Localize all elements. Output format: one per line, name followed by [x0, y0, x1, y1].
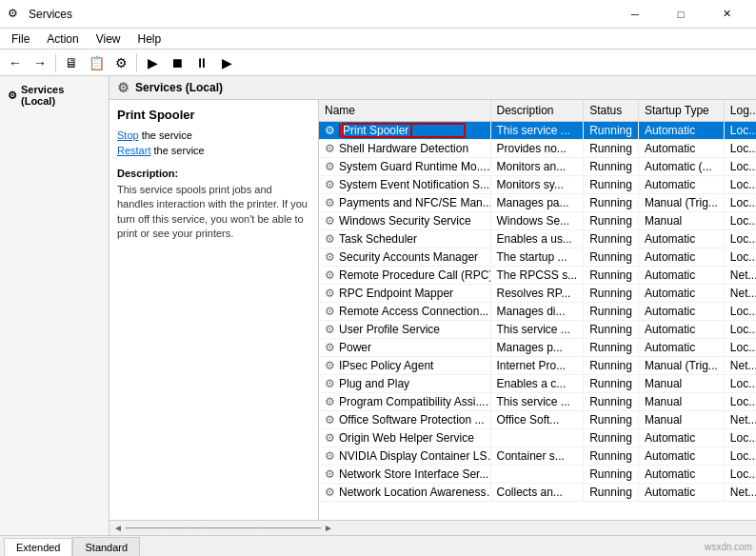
cell-status: Running	[584, 267, 639, 285]
resume-button[interactable]: ▶	[215, 51, 238, 74]
service-gear-icon: ⚙	[325, 486, 335, 499]
cell-startup-type: Manual	[638, 375, 724, 393]
cell-description: This service ...	[490, 122, 584, 140]
cell-name: ⚙Power	[319, 339, 490, 357]
cell-status: Running	[584, 140, 639, 158]
table-row[interactable]: ⚙Print SpoolerThis service ...RunningAut…	[319, 122, 756, 140]
table-row[interactable]: ⚙Office Software Protection ...Office So…	[319, 411, 756, 429]
scroll-indicator: ◄ ───────────────────────────── ►	[113, 523, 333, 533]
cell-name: ⚙Windows Security Service	[319, 212, 490, 230]
col-header-description[interactable]: Description	[490, 100, 584, 122]
cell-startup-type: Automatic	[638, 176, 724, 194]
cell-startup-type: Automatic (...	[638, 158, 724, 176]
table-row[interactable]: ⚙Windows Security ServiceWindows Se...Ru…	[319, 212, 756, 230]
service-name-text: Print Spooler	[339, 124, 412, 137]
properties-button[interactable]: ⚙	[109, 51, 132, 74]
title-bar-title: Services	[29, 8, 613, 21]
table-row[interactable]: ⚙Security Accounts ManagerThe startup ..…	[319, 248, 756, 267]
cell-logon: Loc...	[724, 303, 756, 321]
service-gear-icon: ⚙	[325, 142, 335, 155]
detail-service-name: Print Spooler	[117, 108, 310, 122]
cell-startup-type: Manual	[638, 212, 724, 230]
cell-name: ⚙RPC Endpoint Mapper	[319, 285, 490, 303]
cell-logon: Net...	[724, 411, 756, 429]
col-header-name[interactable]: Name	[319, 100, 490, 122]
tab-standard[interactable]: Standard	[72, 537, 140, 556]
service-name-text: IPsec Policy Agent	[339, 359, 433, 372]
cell-description: Manages p...	[490, 339, 584, 357]
horizontal-scrollbar[interactable]: ◄ ───────────────────────────── ►	[109, 520, 756, 535]
table-row[interactable]: ⚙Payments and NFC/SE Man...Manages pa...…	[319, 194, 756, 212]
cell-name: ⚙Remote Access Connection...	[319, 303, 490, 321]
back-button[interactable]: ←	[4, 51, 27, 74]
table-row[interactable]: ⚙User Profile ServiceThis service ...Run…	[319, 321, 756, 339]
cell-description: Container s...	[490, 447, 584, 466]
col-header-startup-type[interactable]: Startup Type	[638, 100, 724, 122]
cell-logon: Loc...	[724, 375, 756, 393]
cell-name: ⚙IPsec Policy Agent	[319, 357, 490, 375]
table-header-row: Name Description Status Startup Type Log…	[319, 100, 756, 122]
table-row[interactable]: ⚙Shell Hardware DetectionProvides no...R…	[319, 140, 756, 158]
table-row[interactable]: ⚙RPC Endpoint MapperResolves RP...Runnin…	[319, 285, 756, 303]
title-bar: ⚙ Services ─ □ ✕	[0, 0, 756, 29]
menu-help[interactable]: Help	[130, 29, 169, 50]
table-row[interactable]: ⚙Network Store Interface Ser...RunningAu…	[319, 466, 756, 484]
cell-description: Office Soft...	[490, 411, 584, 429]
detail-description-label: Description:	[117, 168, 310, 179]
stop-button[interactable]: ⏹	[166, 51, 189, 74]
left-nav-services-local[interactable]: ⚙ Services (Local)	[4, 80, 105, 110]
cell-logon: Loc...	[724, 447, 756, 466]
cell-startup-type: Automatic	[638, 429, 724, 447]
detail-restart-link[interactable]: Restart	[117, 145, 150, 156]
cell-status: Running	[584, 230, 639, 248]
cell-logon: Net...	[724, 357, 756, 375]
table-row[interactable]: ⚙NVIDIA Display Container LSContainer s.…	[319, 447, 756, 466]
menu-file[interactable]: File	[4, 29, 37, 50]
table-row[interactable]: ⚙Origin Web Helper ServiceRunningAutomat…	[319, 429, 756, 447]
table-row[interactable]: ⚙Plug and PlayEnables a c...RunningManua…	[319, 375, 756, 393]
forward-button[interactable]: →	[29, 51, 51, 74]
pause-button[interactable]: ⏸	[190, 51, 213, 74]
service-name-text: Windows Security Service	[339, 214, 471, 228]
col-header-logon[interactable]: Log...	[724, 100, 756, 122]
maximize-button[interactable]: □	[659, 0, 703, 29]
cell-logon: Loc...	[724, 158, 756, 176]
menu-view[interactable]: View	[89, 29, 129, 50]
cell-logon: Loc...	[724, 339, 756, 357]
table-row[interactable]: ⚙PowerManages p...RunningAutomaticLoc...	[319, 339, 756, 357]
cell-status: Running	[584, 429, 639, 447]
table-row[interactable]: ⚙IPsec Policy AgentInternet Pro...Runnin…	[319, 357, 756, 375]
start-button[interactable]: ▶	[141, 51, 164, 74]
menu-bar: File Action View Help	[0, 29, 756, 50]
watermark: wsxdn.com	[705, 542, 752, 552]
service-name-text: Remote Procedure Call (RPC)	[339, 268, 490, 282]
minimize-button[interactable]: ─	[613, 0, 657, 29]
cell-description: Provides no...	[490, 140, 584, 158]
detail-stop-text: the service	[139, 129, 192, 141]
cell-name: ⚙Program Compatibility Assi...	[319, 393, 490, 411]
detail-stop-link[interactable]: Stop	[117, 129, 139, 141]
cell-name: ⚙Shell Hardware Detection	[319, 140, 490, 158]
close-button[interactable]: ✕	[705, 0, 748, 29]
table-row[interactable]: ⚙Network Location AwarenessCollects an..…	[319, 484, 756, 502]
menu-action[interactable]: Action	[39, 29, 86, 50]
tab-extended[interactable]: Extended	[4, 538, 72, 556]
cell-status: Running	[584, 484, 639, 502]
computer-button[interactable]: 🖥	[60, 51, 83, 74]
cell-logon: Loc...	[724, 176, 756, 194]
table-row[interactable]: ⚙System Guard Runtime Mo...Monitors an..…	[319, 158, 756, 176]
connect-button[interactable]: 📋	[85, 51, 108, 74]
toolbar: ← → 🖥 📋 ⚙ ▶ ⏹ ⏸ ▶	[0, 50, 756, 76]
window-controls: ─ □ ✕	[613, 0, 748, 29]
cell-name: ⚙Office Software Protection ...	[319, 411, 490, 429]
table-row[interactable]: ⚙Remote Procedure Call (RPC)The RPCSS s.…	[319, 267, 756, 285]
table-row[interactable]: ⚙Program Compatibility Assi...This servi…	[319, 393, 756, 411]
table-row[interactable]: ⚙Remote Access Connection...Manages di..…	[319, 303, 756, 321]
col-header-status[interactable]: Status	[584, 100, 639, 122]
toolbar-separator-1	[55, 53, 56, 72]
cell-logon: Loc...	[724, 140, 756, 158]
table-row[interactable]: ⚙Task SchedulerEnables a us...RunningAut…	[319, 230, 756, 248]
table-row[interactable]: ⚙System Event Notification S...Monitors …	[319, 176, 756, 194]
cell-status: Running	[584, 122, 639, 140]
service-name-text: Plug and Play	[339, 377, 409, 390]
